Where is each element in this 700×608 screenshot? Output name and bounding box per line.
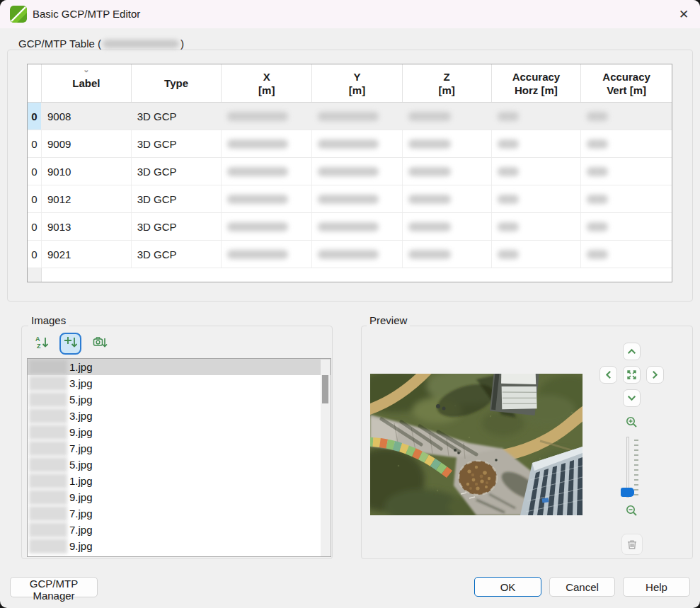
y-cell <box>312 185 403 212</box>
table-row[interactable]: 0 9021 3D GCP <box>28 241 672 268</box>
list-item[interactable]: 9.jpg <box>28 538 331 554</box>
redacted-value <box>408 222 451 231</box>
zoom-out-button[interactable] <box>625 504 638 517</box>
table-row[interactable]: 0 9008 3D GCP <box>28 103 672 130</box>
list-item-prefix-redacted <box>29 392 67 407</box>
column-header-type[interactable]: Type <box>132 64 222 102</box>
column-header-accuracy-horz[interactable]: Accuracy Horz [m] <box>492 64 582 102</box>
cancel-button[interactable]: Cancel <box>549 577 615 597</box>
slider-handle[interactable] <box>621 488 634 497</box>
column-header-accuracy-vert[interactable]: Accuracy Vert [m] <box>581 64 672 102</box>
list-item-label: 1.jpg <box>69 361 93 373</box>
list-item-prefix-redacted <box>29 425 67 440</box>
trash-icon <box>626 539 638 550</box>
pan-left-button[interactable] <box>599 366 617 384</box>
z-cell <box>403 185 492 212</box>
list-item[interactable]: 9.jpg <box>28 489 331 505</box>
row-index-cell: 0 <box>28 241 42 268</box>
row-index-cell: 0 <box>28 213 42 240</box>
preview-image[interactable] <box>370 374 583 515</box>
column-header-x[interactable]: X [m] <box>222 64 312 102</box>
list-item-prefix-redacted <box>29 522 67 537</box>
type-cell: 3D GCP <box>132 158 222 185</box>
list-item[interactable]: 1.jpg <box>28 359 331 375</box>
redacted-value <box>408 195 451 204</box>
column-header-label[interactable]: ⌄ Label <box>42 64 132 102</box>
table-footer-row <box>28 268 672 282</box>
column-header-y[interactable]: Y [m] <box>312 64 403 102</box>
list-item[interactable]: 9.jpg <box>28 424 331 440</box>
accuracy-vert-cell <box>581 213 672 240</box>
svg-text:A: A <box>35 335 40 343</box>
delete-mark-button[interactable] <box>621 534 643 555</box>
accuracy-vert-cell <box>581 185 672 212</box>
table-row[interactable]: 0 9010 3D GCP <box>28 158 672 185</box>
redacted-value <box>227 112 288 121</box>
redacted-value <box>498 250 519 259</box>
list-item-label: 9.jpg <box>69 540 93 552</box>
expand-icon <box>626 369 637 380</box>
column-header-z[interactable]: Z [m] <box>403 64 492 102</box>
row-index-cell: 0 <box>28 158 42 185</box>
redacted-value <box>318 250 379 259</box>
zoom-out-icon <box>626 505 638 517</box>
close-button[interactable]: ✕ <box>667 0 700 28</box>
list-item-label: 3.jpg <box>69 377 93 389</box>
redacted-value <box>227 139 288 149</box>
pan-right-button[interactable] <box>646 366 664 384</box>
pan-up-button[interactable] <box>623 343 641 360</box>
list-item-prefix-redacted <box>29 539 67 553</box>
list-item[interactable]: 7.jpg <box>28 440 331 457</box>
scrollbar-thumb[interactable] <box>322 375 328 403</box>
list-item[interactable]: 3.jpg <box>28 408 331 424</box>
z-cell <box>403 103 492 130</box>
list-item-label: 7.jpg <box>69 524 93 536</box>
redacted-value <box>408 112 451 121</box>
pan-down-button[interactable] <box>623 389 641 407</box>
table-row[interactable]: 0 9009 3D GCP <box>28 130 672 158</box>
redacted-value <box>498 139 519 149</box>
x-cell <box>222 185 312 212</box>
list-item[interactable]: 5.jpg <box>28 391 331 408</box>
accuracy-horz-cell <box>492 130 582 157</box>
list-item[interactable]: 7.jpg <box>28 522 331 538</box>
y-cell <box>312 103 403 130</box>
accuracy-vert-cell <box>581 130 672 157</box>
redacted-value <box>498 222 519 231</box>
fit-view-button[interactable] <box>623 366 641 384</box>
preview-group-label: Preview <box>367 314 410 326</box>
accuracy-horz-cell <box>492 241 582 268</box>
zoom-in-button[interactable] <box>625 415 638 428</box>
list-item-prefix-redacted <box>29 441 67 456</box>
table-row[interactable]: 0 9013 3D GCP <box>28 213 672 241</box>
redacted-value <box>587 222 608 231</box>
gcp-manager-button[interactable]: GCP/MTP Manager <box>10 577 98 597</box>
ok-button[interactable]: OK <box>474 577 541 597</box>
redacted-value <box>318 112 379 121</box>
x-cell <box>222 158 312 185</box>
sort-alphabetical-button[interactable]: A Z <box>31 333 53 355</box>
list-item[interactable]: 7.jpg <box>28 505 331 522</box>
sort-by-camera-button[interactable] <box>89 333 111 355</box>
column-header-rowindex[interactable] <box>28 64 42 102</box>
list-scrollbar[interactable] <box>321 360 330 556</box>
type-cell: 3D GCP <box>132 185 222 212</box>
title-bar[interactable]: Basic GCP/MTP Editor ✕ <box>0 0 700 28</box>
list-item-prefix-redacted <box>29 474 67 488</box>
help-button[interactable]: Help <box>623 577 690 597</box>
redacted-value <box>227 250 288 259</box>
z-cell <box>403 130 492 157</box>
list-item-prefix-redacted <box>29 506 67 521</box>
list-item-label: 5.jpg <box>69 394 93 406</box>
list-item-label: 9.jpg <box>69 491 93 503</box>
list-item[interactable]: 5.jpg <box>28 457 331 473</box>
image-list[interactable]: 1.jpg 3.jpg 5.jpg 3.jpg 9.jpg 7.jpg 5.jp… <box>27 358 331 557</box>
sort-by-marks-button[interactable] <box>59 333 81 355</box>
redacted-value <box>498 195 519 204</box>
gcp-table: ⌄ Label Type X [m] Y [m] Z [m] Accuracy … <box>27 64 672 282</box>
type-cell: 3D GCP <box>132 213 222 240</box>
list-item[interactable]: 1.jpg <box>28 473 331 489</box>
list-item[interactable]: 3.jpg <box>28 375 331 391</box>
table-row[interactable]: 0 9012 3D GCP <box>28 185 672 213</box>
accuracy-horz-cell <box>492 103 582 130</box>
